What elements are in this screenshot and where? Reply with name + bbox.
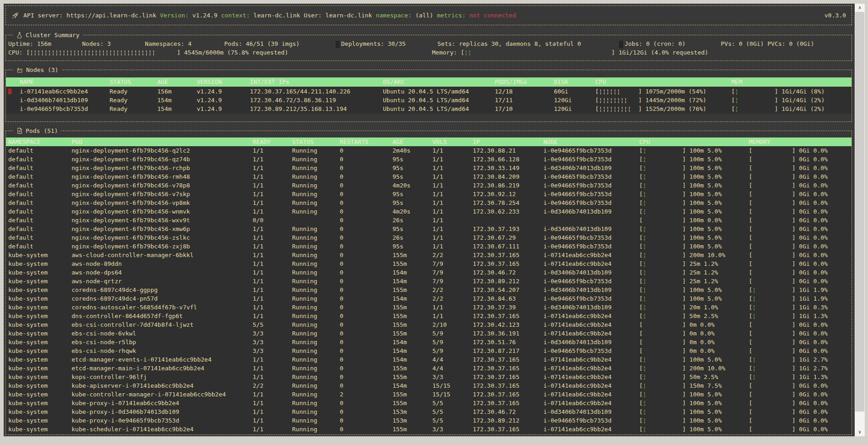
pod-ip: 172.30.37.165 <box>473 390 520 399</box>
scroll-down-arrow-icon[interactable]: ∨ <box>855 428 865 436</box>
pod-node: i-07141eab6cc9bb2e4 <box>543 425 612 434</box>
node-row[interactable]: i-0d3406b74013db109 Ready 154m v1.24.9 1… <box>6 96 851 104</box>
pod-row[interactable]: kube-system coredns-autoscaler-5685d4f67… <box>6 303 851 312</box>
pod-row[interactable]: kube-system etcd-manager-events-i-07141e… <box>6 355 851 364</box>
pod-row[interactable]: kube-system ebs-csi-controller-7dd74b8f4… <box>6 320 851 329</box>
pod-vols: 1/1 <box>432 303 443 312</box>
scrollbar[interactable]: ∧ ∨ <box>855 4 865 436</box>
pod-ready: 1/1 <box>253 294 263 303</box>
pod-row[interactable]: default nginx-deployment-6fb79bc456-q2lc… <box>6 146 851 155</box>
pod-namespace: kube-system <box>8 312 48 320</box>
pod-ip: 172.30.37.39 <box>473 303 516 312</box>
pod-node: i-0e94665f9bcb7353d <box>543 155 612 164</box>
pod-cpu-gauge: [¦] 100m 5.0% <box>639 294 722 303</box>
pod-row[interactable]: kube-system ebs-csi-node-6vkwl 3/3 Runni… <box>6 329 851 338</box>
pod-row[interactable]: kube-system aws-node-dps64 1/1 Running 0… <box>6 268 851 277</box>
pod-row[interactable]: kube-system dns-controller-8644d657df-fg… <box>6 312 851 320</box>
node-row[interactable]: i-0e94665f9bcb7353d Ready 154m v1.24.9 1… <box>6 104 851 113</box>
pod-row[interactable]: kube-system kube-controller-manager-i-07… <box>6 390 851 399</box>
pod-vols: 7/9 <box>432 259 443 268</box>
node-row[interactable]: i-07141eab6cc9bb2e4 Ready 156m v1.24.9 1… <box>6 87 851 96</box>
app-window: { "topbar": { "api_server_label": "API s… <box>0 0 868 445</box>
pod-row[interactable]: default nginx-deployment-6fb79bc456-wnmv… <box>6 207 851 216</box>
pod-row[interactable]: default nginx-deployment-6fb79bc456-wxv9… <box>6 216 851 225</box>
col-cpu: CPU <box>639 137 650 147</box>
pod-row[interactable]: default nginx-deployment-6fb79bc456-qz74… <box>6 155 851 164</box>
pod-status: Running <box>292 346 317 355</box>
pod-vols: 1/1 <box>432 216 443 225</box>
pod-node: i-0d3406b74013db109 <box>543 164 612 172</box>
pod-vols: 4/4 <box>432 355 443 364</box>
node-cpu-gauge: [¦¦¦¦¦¦¦¦¦] 1525m/2000m (76%) <box>595 104 707 113</box>
pod-ready: 2/2 <box>253 381 263 390</box>
pod-status: Running <box>292 399 317 407</box>
col-cpu: CPU <box>595 77 606 87</box>
pod-row[interactable]: default nginx-deployment-6fb79bc456-zxj8… <box>6 242 851 251</box>
pod-mem-gauge: [] 0Gi 0.0% <box>749 225 828 233</box>
pod-age: 26s <box>393 233 403 242</box>
summary-item: Namespaces: 4 <box>145 39 192 48</box>
pod-vols: 1/1 <box>432 233 443 242</box>
pod-row[interactable]: kube-system coredns-6897c49dc4-pn57d 1/1… <box>6 294 851 303</box>
pod-age: 95s <box>393 242 403 251</box>
pod-name: nginx-deployment-6fb79bc456-q2lc2 <box>72 146 190 155</box>
pod-namespace: default <box>8 190 33 198</box>
pod-namespace: default <box>8 225 33 233</box>
pod-row[interactable]: kube-system kube-apiserver-i-07141eab6cc… <box>6 381 851 390</box>
pod-row[interactable]: kube-system kube-proxy-i-07141eab6cc9bb2… <box>6 399 851 407</box>
pod-row[interactable]: kube-system ebs-csi-node-r5lbp 3/3 Runni… <box>6 338 851 346</box>
pod-vols: 3/3 <box>432 425 443 434</box>
pod-row[interactable]: kube-system kube-proxy-i-0d3406b74013db1… <box>6 407 851 416</box>
pod-row[interactable]: kube-system etcd-manager-main-i-07141eab… <box>6 364 851 373</box>
pod-row[interactable]: kube-system coredns-6897c49dc4-ggppg 1/1… <box>6 286 851 294</box>
scrollbar-thumb[interactable] <box>855 12 864 412</box>
pod-row[interactable]: default nginx-deployment-6fb79bc456-rmh4… <box>6 172 851 181</box>
pod-age: 95s <box>393 198 403 207</box>
pod-row[interactable]: kube-system ebs-csi-node-rhqwk 3/3 Runni… <box>6 346 851 355</box>
pod-row[interactable]: default nginx-deployment-6fb79bc456-v7sk… <box>6 190 851 198</box>
pod-row[interactable]: default nginx-deployment-6fb79bc456-zslk… <box>6 233 851 242</box>
col-restarts: RESTARTS <box>340 137 369 147</box>
pod-status: Running <box>292 329 317 338</box>
pod-row[interactable]: kube-system kube-scheduler-i-07141eab6cc… <box>6 425 851 434</box>
pod-row[interactable]: kube-system kube-proxy-i-0e94665f9bcb735… <box>6 416 851 425</box>
pod-row[interactable]: kube-system kops-controller-96lfj 1/1 Ru… <box>6 373 851 381</box>
factory-icon <box>17 67 23 73</box>
pod-row[interactable]: default nginx-deployment-6fb79bc456-v78p… <box>6 181 851 190</box>
pod-cpu-gauge: [¦] 100m 5.0% <box>639 225 722 233</box>
pod-ip: 172.30.37.165 <box>473 399 520 407</box>
pod-row[interactable]: kube-system aws-node-89ddn 1/1 Running 0… <box>6 259 851 268</box>
pod-status: Running <box>292 268 317 277</box>
pod-namespace: kube-system <box>8 268 48 277</box>
pod-namespace: default <box>8 242 33 251</box>
node-name: i-0e94665f9bcb7353d <box>20 104 88 113</box>
col-name: NAME <box>20 77 34 87</box>
pod-vols: 1/1 <box>432 242 443 251</box>
pod-ready: 1/1 <box>253 207 263 216</box>
pod-vols: 5/5 <box>432 416 443 425</box>
pod-cpu-gauge: [¦] 100m 5.0% <box>639 355 722 364</box>
summary-item-label: Deployments: <box>341 40 384 47</box>
scrollbar-track[interactable] <box>855 12 865 428</box>
pod-mem-gauge: [] 0Gi 0.0% <box>749 181 828 190</box>
pod-ready: 1/1 <box>253 416 263 425</box>
pod-row[interactable]: default nginx-deployment-6fb79bc456-vp8m… <box>6 198 851 207</box>
pod-row[interactable]: kube-system aws-cloud-controller-manager… <box>6 251 851 259</box>
pod-cpu-gauge: [¦] 100m 5.0% <box>639 155 722 164</box>
pod-restarts: 0 <box>340 277 343 286</box>
pod-status: Running <box>292 338 317 346</box>
node-cpu-gauge: [¦¦¦¦¦¦] 1075m/2000m (54%) <box>595 87 707 96</box>
pod-mem-gauge: [] 0Gi 0.0% <box>749 407 828 416</box>
scroll-up-arrow-icon[interactable]: ∧ <box>855 4 865 12</box>
pod-row[interactable]: kube-system aws-node-qrtzr 1/1 Running 0… <box>6 277 851 286</box>
pod-age: 155m <box>393 390 407 399</box>
pod-mem-gauge: [] 0Gi 0.0% <box>749 216 828 225</box>
pod-row[interactable]: default nginx-deployment-6fb79bc456-xmw6… <box>6 225 851 233</box>
pod-mem-gauge: [] 0Gi 0.0% <box>749 155 828 164</box>
pod-row[interactable]: default nginx-deployment-6fb79bc456-rchp… <box>6 164 851 172</box>
pod-cpu-gauge: [¦] 100m 5.0% <box>639 416 722 425</box>
pod-ip: 172.30.62.233 <box>473 207 520 216</box>
pod-node: i-07141eab6cc9bb2e4 <box>543 251 612 259</box>
summary-item-label: PVs: <box>721 40 735 47</box>
node-disk: 120Gi <box>554 96 572 104</box>
